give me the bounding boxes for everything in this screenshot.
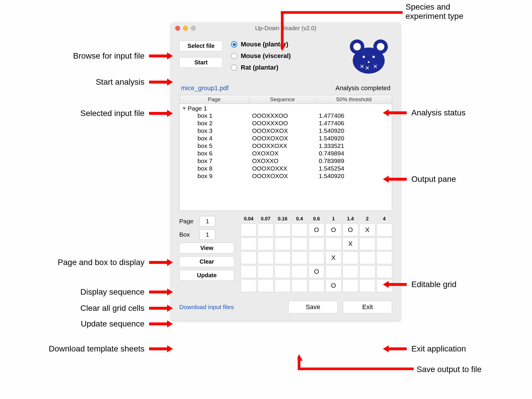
exit-button[interactable]: Exit: [343, 301, 392, 313]
grid-header: 1.4: [343, 216, 358, 222]
cell-threshold: 1.540920: [316, 173, 392, 179]
table-row[interactable]: box 5OOOXXOXX1.333521: [180, 142, 392, 150]
grid-cell[interactable]: [275, 279, 290, 292]
radio-icon: [231, 53, 237, 59]
select-file-button[interactable]: Select file: [179, 41, 223, 51]
save-button[interactable]: Save: [288, 301, 338, 313]
cell-box: box 7: [180, 157, 249, 164]
grid-cell[interactable]: [292, 251, 307, 264]
grid-cell[interactable]: O: [325, 279, 341, 292]
table-row[interactable]: box 6OXOXOX0.749894: [180, 150, 392, 157]
annotation-browse: Browse for input file: [34, 51, 173, 61]
annotation-download: Download template sheets: [0, 344, 173, 353]
column-header-threshold[interactable]: 50% threshold: [316, 96, 392, 103]
grid-cell[interactable]: [292, 279, 307, 292]
download-input-files-link[interactable]: Download input files: [179, 304, 234, 311]
grid-cell[interactable]: [325, 265, 341, 278]
page-input[interactable]: [200, 216, 215, 226]
grid-cell[interactable]: [275, 265, 290, 278]
disclose-triangle-icon[interactable]: [182, 107, 186, 110]
grid-cell[interactable]: [309, 237, 324, 250]
grid-cell[interactable]: [258, 251, 273, 264]
grid-cell[interactable]: [359, 265, 375, 278]
table-row[interactable]: box 7OXOXXO0.783989: [180, 157, 392, 165]
table-row[interactable]: box 2OOOXXXOO1.477406: [180, 119, 392, 127]
grid-header: 0.4: [292, 216, 307, 222]
cell-box: box 5: [180, 142, 249, 149]
cell-sequence: OXOXXO: [249, 157, 316, 164]
radio-icon: [231, 64, 237, 71]
table-row[interactable]: box 8OOOXOXXX1.545254: [180, 165, 392, 172]
column-header-page[interactable]: Page: [180, 96, 249, 103]
table-row[interactable]: box 4OOOXOXOX1.540920: [180, 135, 392, 142]
grid-cell[interactable]: [241, 279, 256, 292]
grid-cell[interactable]: [241, 251, 256, 264]
cell-box: box 8: [180, 165, 249, 172]
grid-cell[interactable]: O: [343, 224, 358, 236]
cell-sequence: OOOXXOXX: [249, 142, 316, 149]
app-window: Up-Down Reader (v2.0) Select file Start …: [171, 23, 400, 320]
start-button[interactable]: Start: [179, 57, 223, 68]
grid-cell[interactable]: [258, 265, 273, 278]
table-row[interactable]: box 9OOOXOXOX1.540920: [180, 172, 392, 180]
grid-cell[interactable]: [275, 251, 290, 264]
grid-cell[interactable]: [343, 279, 358, 292]
grid-cell[interactable]: [241, 224, 256, 236]
grid-cell[interactable]: [275, 224, 290, 236]
grid-cell[interactable]: [292, 237, 307, 250]
page-group-row[interactable]: Page 1: [180, 105, 392, 112]
minimize-icon[interactable]: [183, 26, 188, 31]
grid-cell[interactable]: [359, 279, 375, 292]
grid-cell[interactable]: [377, 265, 392, 278]
update-button[interactable]: Update: [179, 270, 234, 281]
grid-cell[interactable]: [343, 251, 358, 264]
clear-button[interactable]: Clear: [179, 256, 234, 267]
output-table[interactable]: Page Sequence 50% threshold Page 1 box 1…: [179, 95, 392, 211]
grid-cell[interactable]: X: [343, 237, 358, 250]
grid-cell[interactable]: [377, 224, 392, 236]
box-input[interactable]: [200, 229, 215, 240]
cell-sequence: OOOXXXOO: [249, 120, 316, 127]
grid-cell[interactable]: X: [359, 224, 375, 236]
svg-marker-19: [167, 110, 173, 117]
grid-cell[interactable]: [292, 265, 307, 278]
grid-cell[interactable]: [275, 237, 290, 250]
page-field-label: Page: [179, 218, 197, 225]
cell-threshold: 1.545254: [316, 165, 392, 172]
grid-cell[interactable]: [309, 279, 324, 292]
view-button[interactable]: View: [179, 243, 234, 253]
close-icon[interactable]: [175, 26, 180, 31]
grid-cell[interactable]: [292, 224, 307, 236]
grid-cell[interactable]: [258, 237, 273, 250]
grid-cell[interactable]: [359, 251, 375, 264]
cell-sequence: OOOXOXOX: [249, 135, 316, 142]
grid-cell[interactable]: [359, 237, 375, 250]
grid-cell[interactable]: [377, 251, 392, 264]
grid-cell[interactable]: [258, 224, 273, 236]
grid-cell[interactable]: O: [309, 265, 324, 278]
svg-point-6: [372, 56, 375, 58]
grid-cell[interactable]: X: [325, 251, 341, 264]
grid-cell[interactable]: [325, 237, 341, 250]
annotation-exit-app: Exit application: [383, 344, 466, 353]
table-row[interactable]: box 1OOOXXXOO1.477406: [180, 112, 392, 119]
grid-cell[interactable]: O: [309, 224, 324, 236]
grid-cell[interactable]: [241, 237, 256, 250]
grid-cell[interactable]: [343, 265, 358, 278]
table-row[interactable]: box 3OOOXOXOX1.540920: [180, 127, 392, 135]
grid-cell[interactable]: [309, 251, 324, 264]
column-header-sequence[interactable]: Sequence: [249, 96, 316, 103]
svg-marker-32: [383, 176, 389, 183]
grid-cell[interactable]: [258, 279, 273, 292]
grid-header: 4: [377, 216, 392, 222]
grid-cell[interactable]: [241, 265, 256, 278]
cell-sequence: OOOXXXOO: [249, 112, 316, 119]
grid-cell[interactable]: [377, 237, 392, 250]
grid-header: 1: [325, 216, 341, 222]
cell-box: box 4: [180, 135, 249, 142]
annotation-analysis-status: Analysis status: [383, 108, 466, 117]
grid-header: 0.04: [241, 216, 256, 222]
grid-cell[interactable]: O: [325, 224, 341, 236]
annotation-display-seq: Display sequence: [34, 287, 173, 297]
radio-rat-plantar[interactable]: Rat (plantar): [231, 64, 291, 71]
